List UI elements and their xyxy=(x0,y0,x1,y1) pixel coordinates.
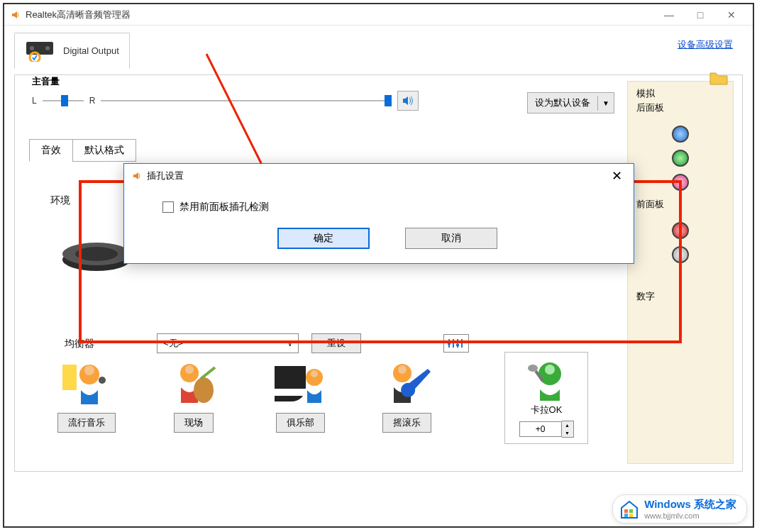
preset-pop[interactable]: 流行音乐 xyxy=(57,359,116,433)
person-electric-guitar-icon xyxy=(378,359,435,407)
house-windows-icon xyxy=(619,499,640,519)
person-guitar-icon xyxy=(165,359,222,407)
svg-line-22 xyxy=(201,367,215,379)
window-controls: — □ ✕ xyxy=(653,5,747,25)
device-tab-label: Digital Output xyxy=(63,45,119,56)
karaoke-panel: 卡拉OK ▲ ▼ xyxy=(504,352,588,444)
svg-rect-23 xyxy=(275,389,306,396)
karaoke-pitch-spinner[interactable]: ▲ ▼ xyxy=(519,421,574,438)
set-default-label: 设为默认设备 xyxy=(528,93,597,113)
chevron-down-icon: ∨ xyxy=(287,340,292,348)
balance-l-label: L xyxy=(32,96,37,106)
preset-live[interactable]: 现场 xyxy=(165,359,222,433)
preset-club-button[interactable]: 俱乐部 xyxy=(276,413,325,433)
connector-panel: 模拟 后面板 前面板 数字 xyxy=(627,81,734,464)
device-tab-digital-output[interactable]: Digital Output xyxy=(14,33,130,69)
balance-slider[interactable] xyxy=(43,94,84,108)
digital-label: 数字 xyxy=(628,284,733,304)
person-microphone-icon xyxy=(521,357,571,401)
equalizer-combo-value: <无> xyxy=(163,337,183,350)
balance-r-label: R xyxy=(89,96,96,106)
minimize-button[interactable]: — xyxy=(653,5,685,25)
svg-rect-35 xyxy=(624,514,628,517)
volume-slider[interactable] xyxy=(101,94,392,108)
svg-point-6 xyxy=(75,247,118,261)
preset-club[interactable]: 俱乐部 xyxy=(272,359,328,433)
jack-front-out[interactable] xyxy=(672,246,689,263)
dialog-ok-button[interactable]: 确定 xyxy=(277,228,370,249)
device-icon xyxy=(25,39,57,62)
svg-rect-34 xyxy=(629,509,633,513)
jack-mic[interactable] xyxy=(672,174,689,191)
karaoke-pitch-input[interactable] xyxy=(519,421,562,437)
set-default-dropdown-icon[interactable]: ▼ xyxy=(597,96,614,111)
equalizer-label: 均衡器 xyxy=(65,338,94,350)
svg-point-1 xyxy=(30,46,34,50)
svg-point-17 xyxy=(84,365,94,375)
svg-rect-15 xyxy=(62,365,77,390)
person-singer-icon xyxy=(58,359,115,407)
speaker-icon xyxy=(131,170,143,182)
svg-point-29 xyxy=(545,365,555,375)
window-titlebar: Realtek高清晰音频管理器 — □ ✕ xyxy=(4,4,753,26)
dialog-close-button[interactable]: ✕ xyxy=(607,168,626,184)
main-volume-label: 主音量 xyxy=(32,75,60,88)
jack-settings-dialog: 插孔设置 ✕ 禁用前面板插孔检测 确定 取消 xyxy=(123,163,634,264)
watermark-url: www.bjjmlv.com xyxy=(644,511,736,520)
person-piano-icon xyxy=(272,359,328,407)
main-panel: 主音量 L R 设为默认设备 ▼ 音效 默认格式 环境 xyxy=(14,74,743,472)
volume-row: L R xyxy=(32,91,419,111)
disable-front-jack-detection-checkbox[interactable]: 禁用前面板插孔检测 xyxy=(162,201,612,214)
svg-point-2 xyxy=(45,46,50,50)
preset-live-button[interactable]: 现场 xyxy=(174,413,214,433)
svg-rect-33 xyxy=(624,509,628,513)
checkbox-icon xyxy=(162,201,174,213)
svg-rect-11 xyxy=(448,343,451,345)
set-default-device-button[interactable]: 设为默认设备 ▼ xyxy=(527,92,614,113)
karaoke-label: 卡拉OK xyxy=(531,404,563,416)
svg-point-25 xyxy=(311,370,318,377)
jack-line-out[interactable] xyxy=(672,150,689,167)
maximize-button[interactable]: □ xyxy=(685,5,716,25)
speaker-icon xyxy=(10,9,21,21)
window-title: Realtek高清晰音频管理器 xyxy=(26,9,653,21)
environment-label: 环境 xyxy=(50,194,70,207)
rear-panel-label: 后面板 xyxy=(628,101,733,118)
spinner-down-icon[interactable]: ▼ xyxy=(562,429,573,437)
spinner-up-icon[interactable]: ▲ xyxy=(562,421,573,429)
svg-rect-14 xyxy=(460,341,463,343)
sub-tabs: 音效 默认格式 xyxy=(29,139,136,162)
jack-line-in[interactable] xyxy=(672,126,689,143)
svg-point-18 xyxy=(99,377,106,384)
speaker-volume-icon xyxy=(402,95,414,106)
tab-sound-effects[interactable]: 音效 xyxy=(29,139,73,162)
jack-front-mic[interactable] xyxy=(672,222,689,239)
equalizer-reset-button[interactable]: 重设 xyxy=(311,333,361,353)
svg-rect-36 xyxy=(629,514,633,517)
preset-rock-button[interactable]: 摇滚乐 xyxy=(382,413,431,433)
watermark: Windows 系统之家 www.bjjmlv.com xyxy=(612,494,747,523)
close-button[interactable]: ✕ xyxy=(716,5,747,25)
folder-icon[interactable] xyxy=(709,70,729,86)
front-panel-label: 前面板 xyxy=(628,198,733,215)
preset-rock[interactable]: 摇滚乐 xyxy=(378,359,435,433)
preset-pop-button[interactable]: 流行音乐 xyxy=(57,413,116,433)
equalizer-combo[interactable]: <无> ∨ xyxy=(157,333,299,353)
svg-point-21 xyxy=(194,377,214,403)
svg-point-27 xyxy=(398,365,407,374)
svg-rect-12 xyxy=(452,340,455,343)
preset-row: 流行音乐 现场 俱乐部 摇滚乐 xyxy=(57,359,435,433)
advanced-settings-link[interactable]: 设备高级设置 xyxy=(678,38,733,51)
svg-point-20 xyxy=(185,365,194,374)
disable-front-jack-label: 禁用前面板插孔检测 xyxy=(179,201,269,214)
svg-rect-13 xyxy=(456,344,459,346)
dialog-title: 插孔设置 xyxy=(147,170,607,182)
watermark-title: Windows 系统之家 xyxy=(644,498,736,511)
dialog-cancel-button[interactable]: 取消 xyxy=(405,228,497,249)
tab-default-format[interactable]: 默认格式 xyxy=(72,139,136,162)
mute-button[interactable] xyxy=(397,91,419,111)
equalizer-graphic-button[interactable] xyxy=(443,334,469,353)
